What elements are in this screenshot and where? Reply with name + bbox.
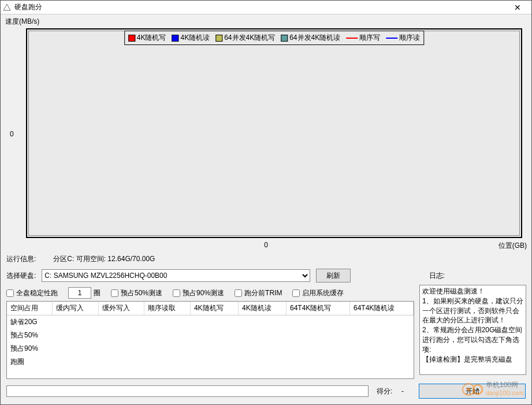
loop-input[interactable] [68,287,91,299]
th: 缓内写入 [53,302,99,315]
pre90-checkbox[interactable]: 预占90%测速 [173,288,224,298]
y-tick: 0 [10,130,14,138]
legend-item: 64并发4K随机写 [215,33,275,43]
start-button[interactable]: 开始 [419,384,526,399]
plot-area: 4K随机写 4K随机读 64并发4K随机写 64并发4K随机读 顺序写 顺序读 [26,28,522,238]
run-info-label: 运行信息: [6,254,36,264]
titlebar: 硬盘跑分 ✕ [1,1,531,14]
log-textarea[interactable]: 欢迎使用磁盘测速！ 1、如果刚买来的硬盘，建议只分一个区进行测试，否则软件只会在… [419,285,526,375]
log-label: 日志: [429,271,445,281]
svg-marker-0 [3,4,10,10]
result-table: 空间占用 缓内写入 缓外写入 顺序读取 4K随机写 4K随机读 64T4K随机写… [6,301,414,379]
th: 4K随机写 [190,302,238,315]
refresh-button[interactable]: 刷新 [316,269,351,283]
th: 顺序读取 [144,302,191,315]
chart: 速度(MB/s) 0 4K随机写 4K随机读 64并发4K随机写 64并发4K随… [1,14,531,252]
th: 64T4K随机读 [349,302,413,315]
close-button[interactable]: ✕ [506,1,529,14]
th: 空间占用 [7,302,53,315]
legend-item: 顺序读 [386,33,420,43]
table-row: 预占90% [7,342,414,355]
y-axis-label: 速度(MB/s) [5,17,39,27]
score-label: 得分: [377,387,392,396]
x-tick: 0 [264,241,268,249]
app-icon [3,3,11,12]
run-info-text: 分区C: 可用空间: 12.64G/70.00G [53,254,155,264]
run-info-row: 运行信息: 分区C: 可用空间: 12.64G/70.00G [1,252,531,266]
disk-select[interactable]: C: SAMSUNG MZVL2256HCHQ-00B00 [42,269,310,282]
disk-label: 选择硬盘: [6,271,36,281]
x-axis-label: 位置(GB) [498,241,527,251]
th: 4K随机读 [238,302,286,315]
table-row: 预占50% [7,329,414,342]
th: 缓外写入 [98,302,144,315]
pre50-checkbox[interactable]: 预占50%测速 [111,288,162,298]
legend-item: 4K随机读 [172,33,210,43]
score-value: - [397,387,408,395]
window-title: 硬盘跑分 [14,2,506,12]
loop-unit: 圈 [94,288,101,298]
legend: 4K随机写 4K随机读 64并发4K随机写 64并发4K随机读 顺序写 顺序读 [124,31,424,45]
table-row: 跑圈 [7,355,414,369]
table-row: 缺省20G [7,315,414,329]
score-progress [6,385,369,397]
legend-item: 64并发4K随机读 [281,33,340,43]
legend-item: 4K随机写 [128,33,166,43]
trim-checkbox[interactable]: 跑分前TRIM [235,288,282,298]
fullscan-checkbox[interactable]: 全盘稳定性跑 [6,288,58,298]
th: 64T4K随机写 [286,302,349,315]
legend-item: 顺序写 [346,33,380,43]
syscache-checkbox[interactable]: 启用系统缓存 [292,288,344,298]
